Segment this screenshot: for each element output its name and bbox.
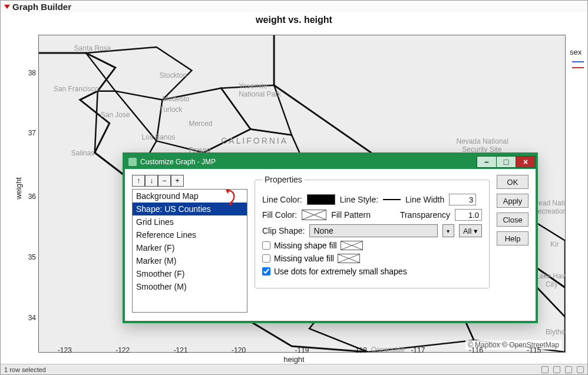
svg-text:Nevada National: Nevada National [456,137,508,145]
line-width-input[interactable] [449,194,476,205]
dialog-titlebar[interactable]: Customize Graph - JMP – □ × [125,155,536,169]
line-style-label: Line Style: [340,195,378,204]
app-icon [128,158,137,166]
clip-shape-caret-icon[interactable]: ▾ [442,224,454,237]
window-maximize-button[interactable]: □ [496,156,516,168]
x-tick: -122 [115,346,130,354]
svg-text:Kir: Kir [550,240,559,248]
layer-item[interactable]: Smoother (F) [133,267,247,280]
window-close-button[interactable]: × [516,156,536,168]
missing-shape-fill-label: Missing shape fill [274,241,337,250]
clip-shape-all-button[interactable]: All ▾ [459,224,482,237]
clip-shape-value: None [313,226,333,235]
missing-shape-fill-row[interactable]: Missing shape fill [262,241,482,250]
transparency-input[interactable] [455,209,482,221]
svg-text:San Francisco: San Francisco [54,85,99,93]
status-icon[interactable] [553,366,560,373]
svg-text:City: City [546,280,558,288]
properties-panel: Properties Line Color: Line Style: Line … [255,175,490,288]
svg-text:Stockton: Stockton [160,71,187,79]
x-axis-ticks: -123 -122 -121 -120 -119 -118 -117 -116 … [38,346,566,356]
svg-text:Yosemite: Yosemite [239,82,267,90]
status-text: 1 row selected [4,366,46,373]
small-dots-row[interactable]: Use dots for extremely small shapes [262,267,482,276]
x-tick: -119 [295,346,309,354]
x-tick: -117 [411,346,425,354]
layer-item[interactable]: Marker (F) [133,241,247,254]
layer-item[interactable]: Grid Lines [133,215,247,228]
missing-value-fill-checkbox[interactable] [262,254,270,263]
svg-text:San Jose: San Jose [101,111,130,119]
missing-value-fill-row[interactable]: Missing value fill [262,254,482,263]
y-axis-ticks: 34 35 36 37 38 [23,35,37,353]
y-tick: 35 [28,253,36,261]
customize-graph-dialog: Customize Graph - JMP – □ × ↑ ↓ − + Back… [123,152,538,323]
layer-item[interactable]: Shape: US Counties [133,203,247,215]
missing-shape-fill-checkbox[interactable] [262,241,270,250]
x-tick: -116 [469,346,483,354]
status-icon[interactable] [577,366,584,373]
small-dots-label: Use dots for extremely small shapes [274,267,407,276]
clip-shape-label: Clip Shape: [262,226,305,235]
legend-title: sex [570,48,587,57]
missing-shape-fill-swatch[interactable] [341,241,363,250]
small-dots-checkbox[interactable] [262,267,270,276]
x-tick: -121 [174,346,188,354]
window-minimize-button[interactable]: – [477,156,497,168]
apply-button[interactable]: Apply [497,194,528,208]
line-color-label: Line Color: [262,195,302,204]
properties-legend: Properties [262,175,305,184]
svg-text:Merced: Merced [189,120,212,128]
status-bar: 1 row selected [1,364,587,374]
line-color-swatch[interactable] [307,194,335,205]
svg-text:National Park: National Park [239,90,281,98]
layer-item[interactable]: Background Map [133,190,247,203]
y-tick: 34 [28,314,36,322]
fill-pattern-label: Fill Pattern [331,210,371,220]
fill-color-label: Fill Color: [262,210,297,220]
svg-text:Modesto: Modesto [163,95,190,103]
dialog-title: Customize Graph - JMP [140,158,216,166]
y-tick: 38 [28,69,36,77]
svg-text:Turlock: Turlock [160,105,183,114]
layer-move-down-button[interactable]: ↓ [145,175,158,187]
layer-tools: ↑ ↓ − + [132,175,247,187]
layer-list[interactable]: Background Map Shape: US Counties Grid L… [132,189,247,313]
layer-remove-button[interactable]: − [158,175,171,187]
legend-swatch-f[interactable] [572,61,584,62]
line-width-label: Line Width [405,195,444,204]
transparency-label: Transparency [400,210,450,220]
missing-value-fill-label: Missing value fill [274,254,334,263]
layer-add-button[interactable]: + [171,175,184,187]
line-style-swatch[interactable] [383,199,401,200]
close-button[interactable]: Close [497,213,528,227]
clip-shape-dropdown[interactable]: None [309,224,438,237]
layer-move-up-button[interactable]: ↑ [132,175,145,187]
chart-title: weight vs. height [1,15,587,25]
legend-swatch-m[interactable] [572,67,584,68]
legend[interactable]: sex [570,48,587,73]
svg-text:Los Banos: Los Banos [142,133,176,141]
layer-item[interactable]: Marker (M) [133,254,247,267]
help-button[interactable]: Help [497,231,528,245]
disclosure-triangle-icon[interactable] [4,5,10,9]
x-axis-label: height [1,355,587,364]
x-tick: -115 [527,346,541,354]
svg-text:Santa Rosa: Santa Rosa [74,44,111,52]
y-tick: 36 [28,193,36,201]
status-icon[interactable] [565,366,572,373]
x-tick: -123 [58,346,72,354]
outline-title: Graph Builder [12,2,71,12]
y-tick: 37 [28,129,36,137]
outline-header[interactable]: Graph Builder [1,1,587,14]
svg-text:Lake Hav: Lake Hav [536,272,565,280]
layer-item[interactable]: Reference Lines [133,228,247,241]
svg-text:Blythe: Blythe [546,328,565,336]
layer-item[interactable]: Smoother (M) [133,280,247,293]
svg-text:Salinas: Salinas [71,149,94,157]
missing-value-fill-swatch[interactable] [338,254,360,263]
ok-button[interactable]: OK [497,175,528,189]
y-axis-label: weight [14,177,23,200]
status-icon[interactable] [541,366,549,373]
fill-color-swatch[interactable] [302,210,326,220]
